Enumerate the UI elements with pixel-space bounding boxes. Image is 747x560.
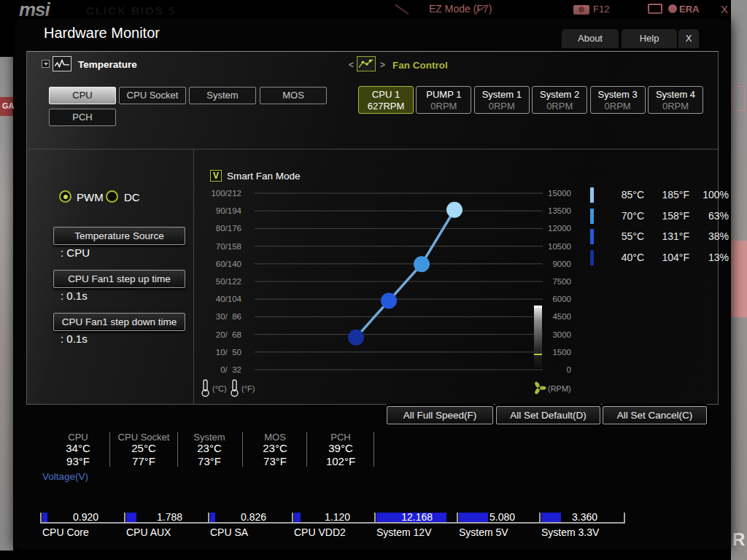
temp-tab-cpu-socket[interactable]: CPU Socket <box>119 87 186 104</box>
voltage-tick <box>539 513 541 524</box>
left-axis-tick: 50/122 <box>216 277 241 286</box>
right-axis-tick: 12000 <box>548 224 571 233</box>
left-axis-tick: 80/176 <box>216 224 241 233</box>
temperature-section-title: Temperature <box>78 59 137 70</box>
window-title: Hardware Monitor <box>44 25 160 42</box>
screen: msi CLICK BIOS 5 EZ Mode (F7) F12 ERA X … <box>0 0 747 560</box>
status-temp-celsius: 25°C <box>111 442 177 454</box>
language-icon[interactable] <box>668 4 677 13</box>
voltage-tick <box>40 513 42 524</box>
temp-tab-mos[interactable]: MOS <box>260 87 327 104</box>
status-temp-label: CPU <box>45 432 111 443</box>
status-temp-fahrenheit: 73°F <box>177 455 242 467</box>
right-axis-tick: 1500 <box>552 348 571 357</box>
legend-temp-c: 40°C <box>603 252 644 263</box>
temperature-source-value: : CPU <box>61 246 90 259</box>
left-axis-tick: 0/ 32 <box>220 365 241 374</box>
temp-tab-system[interactable]: System <box>189 87 256 104</box>
voltage-tick <box>457 513 458 524</box>
fan-control-section-title: Fan Control <box>392 60 448 71</box>
temperature-graph-icon <box>53 56 71 71</box>
fan-tab-system-2[interactable]: System 20RPM <box>532 86 587 114</box>
legend-duty-pct: 100% <box>692 189 729 201</box>
all-set-default-button[interactable]: All Set Default(D) <box>496 406 600 424</box>
fan-tab-name: CPU 1 <box>359 88 413 101</box>
left-axis-tick: 20/ 68 <box>216 330 241 339</box>
temp-tab-cpu[interactable]: CPU <box>49 87 116 104</box>
all-full-speed-button[interactable]: All Full Speed(F) <box>387 406 493 424</box>
fan-tab-name: System 1 <box>475 88 529 101</box>
right-axis-tick: 9000 <box>552 260 571 268</box>
status-temp-celsius: 23°C <box>242 442 308 454</box>
voltage-tick <box>124 513 125 524</box>
right-axis-tick: 3000 <box>552 330 571 339</box>
game-boost-badge: GA <box>0 97 13 116</box>
left-axis-tick: 100/212 <box>211 189 241 198</box>
voltage-label-system-5v: System 5V <box>459 526 539 538</box>
left-axis-tick: 10/ 50 <box>216 348 241 357</box>
right-axis-tick: 0 <box>567 365 571 374</box>
fan-tab-system-1[interactable]: System 10RPM <box>474 86 530 114</box>
temperature-source-button[interactable]: Temperature Source <box>53 227 185 245</box>
fan-tab-name: PUMP 1 <box>417 88 471 101</box>
window-close-button[interactable]: X <box>678 29 699 48</box>
cpu-fan1-step-up-time-value: : 0.1s <box>61 289 88 302</box>
fan-tab-pump-1[interactable]: PUMP 10RPM <box>416 86 471 114</box>
background-pink-block <box>731 241 747 317</box>
right-axis-tick: 15000 <box>548 189 571 198</box>
collapse-icon[interactable] <box>42 60 50 68</box>
legend-color-bar <box>590 187 594 203</box>
cpu-fan1-step-up-time-button[interactable]: CPU Fan1 step up time <box>53 270 185 288</box>
status-temp-label: CPU Socket <box>111 432 177 443</box>
fahrenheit-unit-label: (°F) <box>241 384 255 393</box>
rpm-unit-label: (RPM) <box>548 384 571 393</box>
dc-radio-label: DC <box>124 191 140 203</box>
temp-tab-pch[interactable]: PCH <box>49 109 116 126</box>
monitor-panel: Temperature < > Fan Control PWM DC <box>26 51 719 405</box>
fan-curve-point[interactable] <box>446 202 462 218</box>
display-icon[interactable] <box>648 4 662 14</box>
fan-tab-cpu-1[interactable]: CPU 1627RPM <box>358 86 414 114</box>
fan-tab-system-4[interactable]: System 40RPM <box>648 86 703 114</box>
voltage-tick <box>208 513 209 524</box>
legend-temp-f: 158°F <box>647 210 689 222</box>
fan-tab-name: System 4 <box>649 88 703 101</box>
next-arrow-icon[interactable]: > <box>380 60 385 70</box>
status-temp-label: MOS <box>242 432 308 443</box>
left-axis-tick: 70/158 <box>216 242 241 251</box>
voltage-tick <box>292 513 293 524</box>
cpu-fan1-step-down-time-button[interactable]: CPU Fan1 step down time <box>53 313 185 331</box>
all-set-cancel-button[interactable]: All Set Cancel(C) <box>603 406 707 424</box>
fan-curve-point[interactable] <box>348 330 364 346</box>
status-temp-fahrenheit: 93°F <box>45 455 111 467</box>
legend-temp-c: 70°C <box>603 210 644 222</box>
legend-temp-c: 55°C <box>603 230 644 242</box>
fan-tab-rpm: 0RPM <box>533 101 587 112</box>
help-button[interactable]: Help <box>622 29 677 48</box>
celsius-unit-label: (°C) <box>212 384 227 393</box>
voltage-tick <box>624 513 625 524</box>
prev-arrow-icon[interactable]: < <box>349 60 354 70</box>
background-left-panel <box>0 57 13 551</box>
status-temp-fahrenheit: 102°F <box>308 455 374 467</box>
smart-fan-checkbox[interactable]: V <box>210 170 222 182</box>
dc-radio[interactable] <box>106 190 118 203</box>
status-temp-label: PCH <box>308 432 374 443</box>
voltage-label-cpu-core: CPU Core <box>42 526 123 538</box>
about-button[interactable]: About <box>562 29 619 48</box>
fan-curve-point[interactable] <box>381 293 397 309</box>
era-label: ERA <box>679 4 699 15</box>
pwm-radio[interactable] <box>59 190 71 203</box>
voltage-label-system-3-3v: System 3.3V <box>541 526 622 538</box>
fan-tab-system-3[interactable]: System 30RPM <box>590 86 646 114</box>
legend-temp-f: 185°F <box>647 189 689 201</box>
cpu-fan1-step-down-time-value: : 0.1s <box>61 332 88 345</box>
f12-label: F12 <box>593 4 609 15</box>
voltage-tick <box>374 513 376 524</box>
bios-close-button[interactable]: X <box>721 3 728 15</box>
divider <box>28 149 718 149</box>
hardware-monitor-window: Hardware Monitor About Help X Temperatur… <box>15 19 731 550</box>
status-separator <box>242 432 243 467</box>
screenshot-icon[interactable] <box>573 5 589 15</box>
fan-curve-point[interactable] <box>414 256 430 272</box>
